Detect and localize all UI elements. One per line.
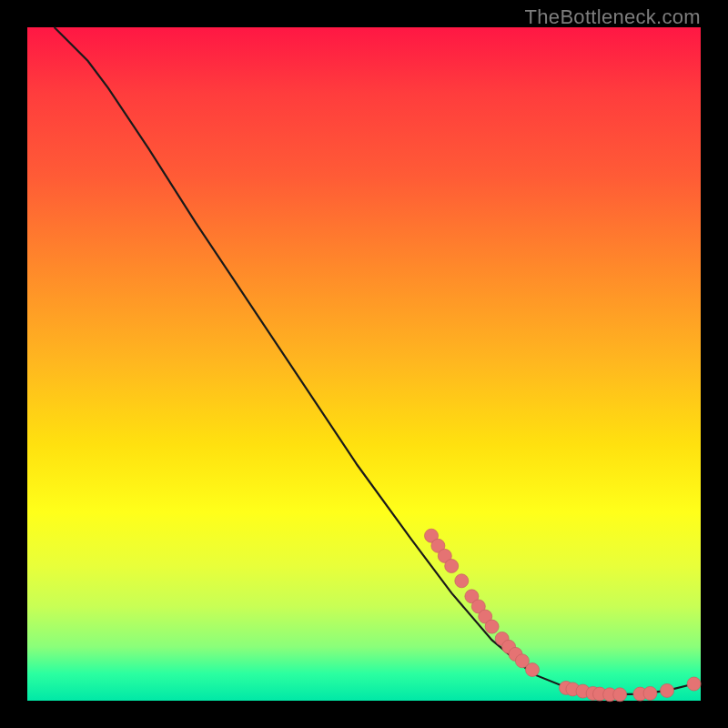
sample-dot [661, 683, 674, 697]
sample-dot [526, 663, 540, 677]
sample-dot [445, 560, 459, 573]
sample-dot [613, 688, 627, 702]
plot-area [27, 27, 701, 701]
sample-dot [455, 574, 469, 588]
attribution-text: TheBottleneck.com [525, 5, 701, 29]
sample-dot [485, 620, 499, 633]
sample-dots [425, 529, 702, 702]
bottleneck-curve [55, 27, 694, 694]
sample-dot [687, 677, 701, 691]
chart-frame: TheBottleneck.com [0, 0, 728, 728]
sample-dot [643, 686, 657, 700]
curve-svg [27, 27, 701, 701]
